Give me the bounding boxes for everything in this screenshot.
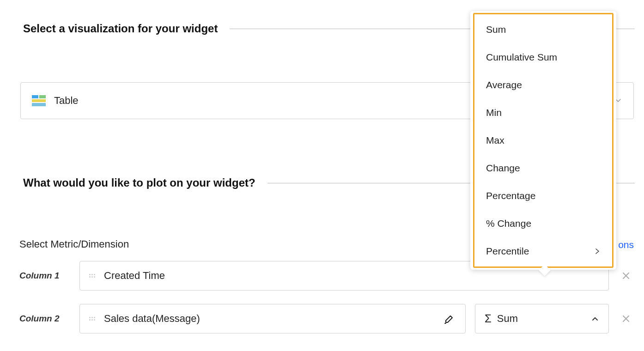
dropdown-option-change[interactable]: Change xyxy=(470,154,616,182)
column-2-label: Column 2 xyxy=(19,314,70,324)
chevron-right-icon xyxy=(594,248,601,254)
dropdown-option-percent-change[interactable]: % Change xyxy=(470,210,616,237)
dropdown-option-cumulative-sum[interactable]: Cumulative Sum xyxy=(470,43,616,71)
chevron-icon[interactable] xyxy=(9,25,16,32)
remove-column-2-button[interactable] xyxy=(618,314,634,324)
column-1-label: Column 1 xyxy=(19,271,70,281)
section-plot-title: What would you like to plot on your widg… xyxy=(23,176,255,189)
dropdown-option-percentage[interactable]: Percentage xyxy=(470,182,616,210)
aggregation-select[interactable]: Σ Sum xyxy=(475,304,609,333)
drag-handle-icon[interactable] xyxy=(89,271,96,280)
edit-icon[interactable] xyxy=(444,313,456,324)
chevron-icon[interactable] xyxy=(9,180,16,186)
column-2-field[interactable]: Sales data(Message) xyxy=(79,304,466,333)
column-1-field-text: Created Time xyxy=(104,270,165,282)
column-2-row: Column 2 Sales data(Message) Σ Sum xyxy=(19,304,634,333)
dropdown-option-percentile[interactable]: Percentile xyxy=(470,237,616,265)
column-2-field-text: Sales data(Message) xyxy=(104,313,200,325)
dropdown-option-max[interactable]: Max xyxy=(470,127,616,154)
dropdown-option-min[interactable]: Min xyxy=(470,99,616,127)
metric-dimension-label: Select Metric/Dimension xyxy=(19,238,129,250)
dropdown-option-average[interactable]: Average xyxy=(470,71,616,99)
sigma-icon: Σ xyxy=(485,312,492,325)
svg-rect-1 xyxy=(39,95,46,98)
visualization-type-label: Table xyxy=(54,95,79,107)
drag-handle-icon[interactable] xyxy=(89,314,96,323)
aggregation-dropdown: Sum Cumulative Sum Average Min Max Chang… xyxy=(470,11,616,270)
table-icon xyxy=(32,95,46,106)
aggregation-label: Sum xyxy=(497,313,518,325)
svg-rect-3 xyxy=(32,103,46,106)
section-visualization-title: Select a visualization for your widget xyxy=(23,22,218,35)
svg-rect-2 xyxy=(32,99,46,102)
chevron-up-icon xyxy=(591,315,599,323)
svg-rect-0 xyxy=(32,95,38,98)
remove-column-1-button[interactable] xyxy=(618,271,634,281)
actions-link[interactable]: ons xyxy=(618,239,634,250)
dropdown-option-sum[interactable]: Sum xyxy=(470,16,616,43)
